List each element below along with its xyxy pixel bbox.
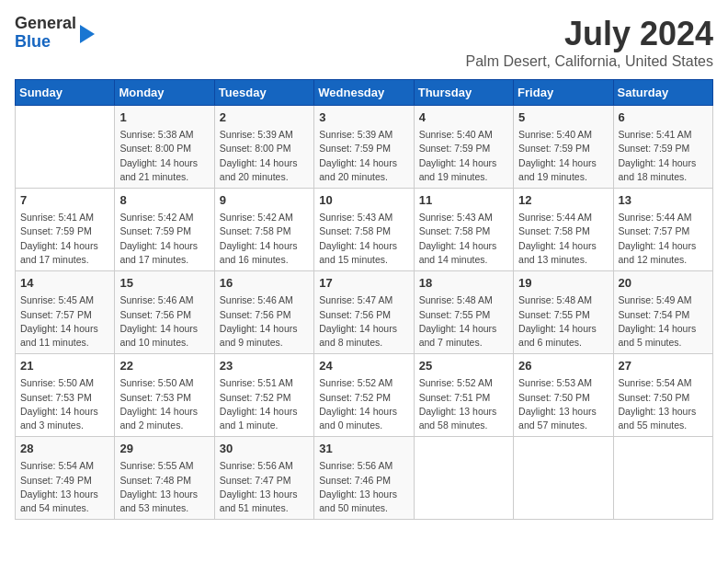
day-number: 10 <box>319 192 408 209</box>
column-header-monday: Monday <box>115 80 214 106</box>
page-header: General Blue July 2024 Palm Desert, Cali… <box>15 15 713 70</box>
calendar-cell: 14Sunrise: 5:45 AM Sunset: 7:57 PM Dayli… <box>16 271 115 354</box>
day-info: Sunrise: 5:43 AM Sunset: 7:58 PM Dayligh… <box>419 211 508 267</box>
day-info: Sunrise: 5:40 AM Sunset: 7:59 PM Dayligh… <box>419 128 508 184</box>
calendar-cell: 7Sunrise: 5:41 AM Sunset: 7:59 PM Daylig… <box>16 189 115 271</box>
day-number: 12 <box>518 192 608 209</box>
logo: General Blue <box>15 15 95 52</box>
calendar-subtitle: Palm Desert, California, United States <box>466 53 713 70</box>
calendar-cell: 25Sunrise: 5:52 AM Sunset: 7:51 PM Dayli… <box>414 354 513 437</box>
logo-blue: Blue <box>15 32 51 51</box>
day-info: Sunrise: 5:42 AM Sunset: 7:59 PM Dayligh… <box>119 211 209 267</box>
logo-arrow-icon <box>80 25 95 43</box>
calendar-week-row: 7Sunrise: 5:41 AM Sunset: 7:59 PM Daylig… <box>16 189 713 271</box>
calendar-cell: 20Sunrise: 5:49 AM Sunset: 7:54 PM Dayli… <box>613 271 712 354</box>
column-header-thursday: Thursday <box>414 80 513 106</box>
calendar-cell: 30Sunrise: 5:56 AM Sunset: 7:47 PM Dayli… <box>214 437 313 520</box>
day-info: Sunrise: 5:54 AM Sunset: 7:49 PM Dayligh… <box>20 459 109 515</box>
logo-general: General <box>15 14 76 32</box>
day-number: 17 <box>319 275 408 292</box>
day-info: Sunrise: 5:46 AM Sunset: 7:56 PM Dayligh… <box>119 293 209 350</box>
calendar-week-row: 14Sunrise: 5:45 AM Sunset: 7:57 PM Dayli… <box>16 271 713 354</box>
day-info: Sunrise: 5:55 AM Sunset: 7:48 PM Dayligh… <box>119 459 209 515</box>
day-info: Sunrise: 5:45 AM Sunset: 7:57 PM Dayligh… <box>20 293 109 350</box>
day-info: Sunrise: 5:41 AM Sunset: 7:59 PM Dayligh… <box>619 128 708 184</box>
day-number: 21 <box>20 358 109 374</box>
day-info: Sunrise: 5:44 AM Sunset: 7:58 PM Dayligh… <box>518 211 608 267</box>
calendar-cell: 5Sunrise: 5:40 AM Sunset: 7:59 PM Daylig… <box>514 106 613 189</box>
day-number: 15 <box>119 275 209 292</box>
day-number: 24 <box>319 358 408 374</box>
calendar-cell <box>16 106 115 189</box>
day-number: 6 <box>619 109 708 126</box>
calendar-cell <box>514 437 613 520</box>
day-number: 3 <box>319 109 408 126</box>
day-number: 13 <box>619 192 708 209</box>
calendar-cell: 9Sunrise: 5:42 AM Sunset: 7:58 PM Daylig… <box>214 189 313 271</box>
day-number: 23 <box>220 358 309 374</box>
calendar-header-row: SundayMondayTuesdayWednesdayThursdayFrid… <box>16 80 713 106</box>
calendar-cell: 11Sunrise: 5:43 AM Sunset: 7:58 PM Dayli… <box>414 189 513 271</box>
calendar-cell: 22Sunrise: 5:50 AM Sunset: 7:53 PM Dayli… <box>115 354 214 437</box>
day-info: Sunrise: 5:56 AM Sunset: 7:46 PM Dayligh… <box>319 459 408 515</box>
day-info: Sunrise: 5:48 AM Sunset: 7:55 PM Dayligh… <box>518 293 608 350</box>
calendar-table: SundayMondayTuesdayWednesdayThursdayFrid… <box>15 79 713 520</box>
day-number: 18 <box>419 275 508 292</box>
day-number: 8 <box>119 192 209 209</box>
day-info: Sunrise: 5:48 AM Sunset: 7:55 PM Dayligh… <box>419 293 508 350</box>
calendar-cell: 29Sunrise: 5:55 AM Sunset: 7:48 PM Dayli… <box>115 437 214 520</box>
day-number: 20 <box>619 275 708 292</box>
calendar-week-row: 21Sunrise: 5:50 AM Sunset: 7:53 PM Dayli… <box>16 354 713 437</box>
calendar-cell: 31Sunrise: 5:56 AM Sunset: 7:46 PM Dayli… <box>314 437 414 520</box>
column-header-wednesday: Wednesday <box>314 80 414 106</box>
calendar-cell: 26Sunrise: 5:53 AM Sunset: 7:50 PM Dayli… <box>514 354 613 437</box>
column-header-tuesday: Tuesday <box>214 80 313 106</box>
calendar-week-row: 28Sunrise: 5:54 AM Sunset: 7:49 PM Dayli… <box>16 437 713 520</box>
day-number: 30 <box>220 441 309 457</box>
day-info: Sunrise: 5:51 AM Sunset: 7:52 PM Dayligh… <box>220 376 309 432</box>
day-number: 27 <box>619 358 708 374</box>
day-info: Sunrise: 5:50 AM Sunset: 7:53 PM Dayligh… <box>119 376 209 432</box>
day-number: 11 <box>419 192 508 209</box>
day-info: Sunrise: 5:49 AM Sunset: 7:54 PM Dayligh… <box>619 293 708 350</box>
day-info: Sunrise: 5:43 AM Sunset: 7:58 PM Dayligh… <box>319 211 408 267</box>
calendar-title: July 2024 <box>466 15 713 53</box>
day-number: 7 <box>20 192 109 209</box>
day-number: 25 <box>419 358 508 374</box>
calendar-cell <box>414 437 513 520</box>
day-number: 16 <box>220 275 309 292</box>
day-info: Sunrise: 5:39 AM Sunset: 8:00 PM Dayligh… <box>220 128 309 184</box>
day-number: 22 <box>119 358 209 374</box>
calendar-cell: 23Sunrise: 5:51 AM Sunset: 7:52 PM Dayli… <box>214 354 313 437</box>
day-info: Sunrise: 5:42 AM Sunset: 7:58 PM Dayligh… <box>220 211 309 267</box>
day-info: Sunrise: 5:54 AM Sunset: 7:50 PM Dayligh… <box>619 376 708 432</box>
calendar-cell: 24Sunrise: 5:52 AM Sunset: 7:52 PM Dayli… <box>314 354 414 437</box>
day-info: Sunrise: 5:52 AM Sunset: 7:51 PM Dayligh… <box>419 376 508 432</box>
day-info: Sunrise: 5:50 AM Sunset: 7:53 PM Dayligh… <box>20 376 109 432</box>
day-info: Sunrise: 5:40 AM Sunset: 7:59 PM Dayligh… <box>518 128 608 184</box>
day-number: 31 <box>319 441 408 457</box>
day-number: 19 <box>518 275 608 292</box>
calendar-cell: 8Sunrise: 5:42 AM Sunset: 7:59 PM Daylig… <box>115 189 214 271</box>
day-number: 29 <box>119 441 209 457</box>
column-header-saturday: Saturday <box>613 80 712 106</box>
calendar-cell: 21Sunrise: 5:50 AM Sunset: 7:53 PM Dayli… <box>16 354 115 437</box>
logo-text: General Blue <box>15 15 76 52</box>
day-info: Sunrise: 5:56 AM Sunset: 7:47 PM Dayligh… <box>220 459 309 515</box>
day-info: Sunrise: 5:53 AM Sunset: 7:50 PM Dayligh… <box>518 376 608 432</box>
calendar-cell: 4Sunrise: 5:40 AM Sunset: 7:59 PM Daylig… <box>414 106 513 189</box>
calendar-cell: 3Sunrise: 5:39 AM Sunset: 7:59 PM Daylig… <box>314 106 414 189</box>
day-info: Sunrise: 5:44 AM Sunset: 7:57 PM Dayligh… <box>619 211 708 267</box>
day-number: 4 <box>419 109 508 126</box>
calendar-cell: 6Sunrise: 5:41 AM Sunset: 7:59 PM Daylig… <box>613 106 712 189</box>
day-number: 5 <box>518 109 608 126</box>
day-number: 2 <box>220 109 309 126</box>
column-header-friday: Friday <box>514 80 613 106</box>
day-info: Sunrise: 5:39 AM Sunset: 7:59 PM Dayligh… <box>319 128 408 184</box>
calendar-cell <box>613 437 712 520</box>
day-info: Sunrise: 5:52 AM Sunset: 7:52 PM Dayligh… <box>319 376 408 432</box>
calendar-week-row: 1Sunrise: 5:38 AM Sunset: 8:00 PM Daylig… <box>16 106 713 189</box>
calendar-cell: 13Sunrise: 5:44 AM Sunset: 7:57 PM Dayli… <box>613 189 712 271</box>
day-info: Sunrise: 5:46 AM Sunset: 7:56 PM Dayligh… <box>220 293 309 350</box>
calendar-cell: 16Sunrise: 5:46 AM Sunset: 7:56 PM Dayli… <box>214 271 313 354</box>
